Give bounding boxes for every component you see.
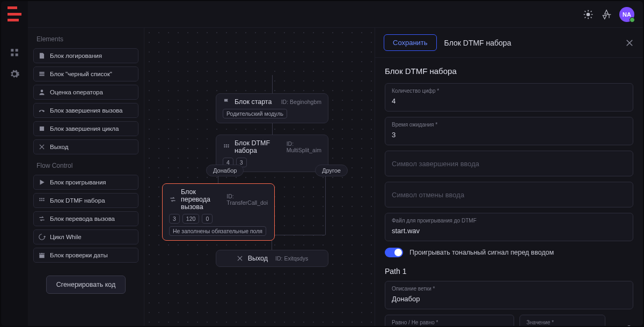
- close-icon: [38, 143, 46, 151]
- save-button[interactable]: Сохранить: [384, 34, 437, 51]
- field-label: Равно / Не равно *: [392, 319, 507, 325]
- element-rating[interactable]: Оценка оператора: [33, 85, 138, 100]
- element-while[interactable]: Цикл While: [33, 229, 138, 244]
- elements-header: Elements: [33, 35, 138, 43]
- node-id: ID: Beginohgbm: [281, 99, 321, 105]
- elements-panel: Elements Блок логирования Блок "черный с…: [28, 28, 144, 326]
- node-title: Блок старта: [235, 98, 272, 106]
- flag-icon: [223, 98, 230, 106]
- list-icon: [38, 70, 46, 78]
- svg-point-11: [226, 144, 227, 145]
- node-title: Выход: [248, 255, 268, 262]
- node-tag: Родительский модуль: [223, 109, 287, 118]
- node-tag: 120: [182, 214, 200, 224]
- field-value[interactable]: Значение *: [519, 315, 605, 326]
- play-icon: [38, 179, 46, 186]
- field-file[interactable]: Файл для проигрывания до DTMF: [385, 213, 633, 241]
- avatar[interactable]: NA: [619, 7, 634, 22]
- field-label: Время ожидания *: [392, 122, 626, 128]
- node-transfer[interactable]: Блок перевода вызова ID: TransferCall_do…: [162, 183, 275, 241]
- calendar-icon: [38, 251, 46, 259]
- wait-input[interactable]: [392, 131, 626, 139]
- element-label: Цикл While: [50, 234, 82, 240]
- transfer-icon: [169, 196, 177, 203]
- element-label: Блок перевода вызова: [50, 215, 115, 222]
- end-symbol-input[interactable]: [392, 160, 626, 168]
- element-label: Блок "черный список": [50, 71, 112, 77]
- field-label: Значение *: [526, 319, 598, 325]
- branch-label-1[interactable]: Донабор: [206, 165, 244, 176]
- element-label: Выход: [50, 144, 68, 150]
- section-title: Блок DTMF набора: [385, 66, 633, 76]
- side-panel: Сохранить Блок DTMF набора Блок DTMF наб…: [375, 28, 643, 326]
- language-icon[interactable]: [601, 9, 612, 20]
- field-compare[interactable]: Равно / Не равно * Равен длине номера: [385, 315, 514, 326]
- svg-point-14: [226, 146, 227, 147]
- node-exit[interactable]: Выход ID: Exitqsdys: [216, 250, 328, 267]
- element-label: Оценка оператора: [50, 89, 103, 95]
- dial-icon: [38, 197, 46, 204]
- svg-point-15: [228, 146, 229, 147]
- svg-rect-2: [40, 127, 44, 131]
- element-log[interactable]: Блок логирования: [33, 48, 138, 63]
- toggle-label: Проигрывать тональный сигнал перед вводо…: [409, 249, 554, 256]
- node-id: ID: MultiSplit_aim: [287, 140, 321, 153]
- panel-top-title: Блок DTMF набора: [444, 39, 511, 47]
- element-transfer[interactable]: Блок перевода вызова: [33, 211, 138, 226]
- left-rail: [1, 1, 28, 326]
- branch-desc-input[interactable]: [392, 295, 626, 303]
- path-title: Path 1: [385, 267, 633, 276]
- element-label: Блок проигрывания: [50, 179, 106, 185]
- logo: [8, 6, 21, 21]
- top-bar: NA: [28, 1, 643, 28]
- svg-point-6: [39, 200, 40, 201]
- sun-icon[interactable]: [583, 9, 594, 20]
- svg-point-13: [224, 146, 225, 147]
- dial-icon: [223, 143, 230, 151]
- field-branch-desc[interactable]: Описание ветки *: [385, 281, 633, 309]
- element-endcall[interactable]: Блок завершения вызова: [33, 103, 138, 118]
- delete-icon[interactable]: [625, 324, 633, 326]
- apps-icon[interactable]: [9, 47, 20, 58]
- svg-point-1: [41, 90, 43, 92]
- gear-icon[interactable]: [9, 69, 20, 79]
- branch-label-2[interactable]: Другое: [315, 165, 348, 176]
- remove-row-icon[interactable]: [611, 324, 619, 326]
- svg-point-3: [39, 198, 40, 199]
- svg-rect-9: [39, 253, 44, 258]
- field-digits[interactable]: Количество цифр *: [385, 83, 633, 112]
- svg-point-8: [43, 200, 44, 201]
- element-label: Блок логирования: [50, 53, 102, 59]
- element-endloop[interactable]: Блок завершения цикла: [33, 121, 138, 136]
- element-label: Блок DTMF набора: [50, 197, 105, 204]
- element-datecheck[interactable]: Блок проверки даты: [33, 248, 138, 263]
- cancel-symbol-input[interactable]: [392, 191, 626, 199]
- node-tag: 0: [202, 214, 213, 224]
- element-dtmf[interactable]: Блок DTMF набора: [33, 193, 138, 208]
- svg-point-10: [224, 144, 225, 145]
- field-wait[interactable]: Время ожидания *: [385, 117, 633, 145]
- file-input[interactable]: [392, 227, 626, 235]
- close-icon: [236, 255, 244, 262]
- element-label: Блок завершения цикла: [50, 125, 119, 132]
- node-id: ID: Exitqsdys: [275, 255, 308, 262]
- field-cancel-symbol[interactable]: [385, 182, 633, 207]
- tone-toggle[interactable]: [385, 248, 403, 257]
- element-label: Блок завершения вызова: [50, 107, 122, 114]
- element-exit[interactable]: Выход: [33, 139, 138, 154]
- digits-input[interactable]: [392, 97, 626, 105]
- generate-code-button[interactable]: Сгенерировать код: [46, 276, 126, 294]
- svg-point-0: [587, 12, 590, 16]
- avatar-initials: NA: [623, 11, 631, 18]
- phone-end-icon: [38, 107, 46, 114]
- node-start[interactable]: Блок старта ID: Beginohgbm Родительский …: [216, 93, 328, 123]
- element-play[interactable]: Блок проигрывания: [33, 175, 138, 190]
- node-tag: 3: [169, 214, 180, 224]
- canvas[interactable]: Блок старта ID: Beginohgbm Родительский …: [144, 28, 375, 326]
- field-end-symbol[interactable]: [385, 151, 633, 176]
- element-blacklist[interactable]: Блок "черный список": [33, 66, 138, 81]
- flowcontrol-header: Flow Control: [33, 162, 138, 169]
- field-label: Файл для проигрывания до DTMF: [392, 218, 626, 224]
- node-tag: Не заполнены обязательные поля: [169, 226, 266, 236]
- close-icon[interactable]: [625, 38, 634, 48]
